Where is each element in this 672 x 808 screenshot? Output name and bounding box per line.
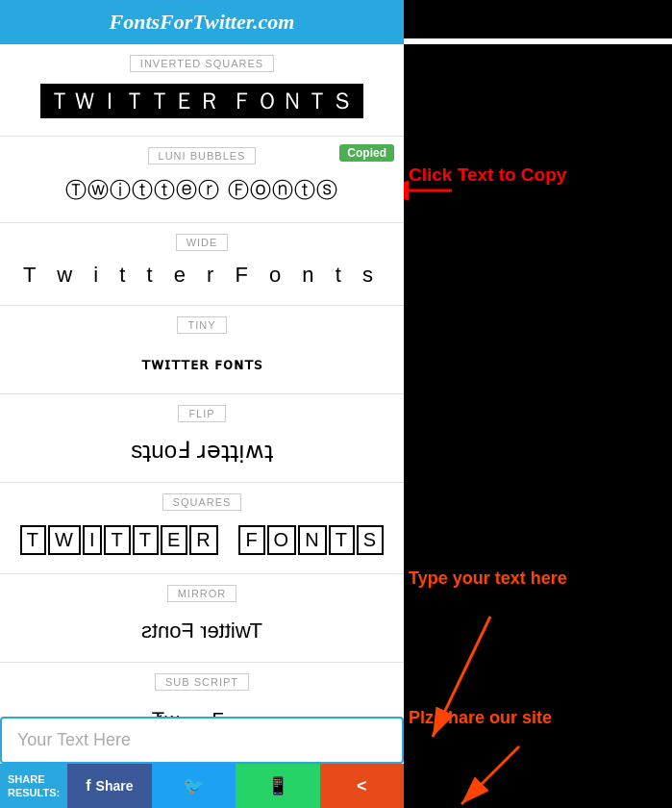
annotation-type-text: Type your text here [409,568,567,589]
facebook-label: Share [96,778,134,794]
annotation-arrows [404,44,672,808]
site-header: FontsForTwitter.com [0,0,404,44]
share-twitter-button[interactable]: 🐦 [152,764,236,808]
font-display-mirror: Twitter Fonts [0,610,404,648]
text-input[interactable] [2,719,402,762]
share-other-icon: < [357,776,367,796]
left-panel: INVERTED SQUARES ＴＷＩＴＴＥＲ ＦＯＮＴＳ LUNI BUBB… [0,44,404,808]
font-label-subscript: SUB SCRIPT [155,673,249,691]
annotation-click-area: Click Text to Copy [409,164,566,186]
font-label-mirror: MIRROR [167,585,237,602]
font-section-luni-bubbles[interactable]: LUNI BUBBLES Ⓣⓦⓘⓣⓣⓔⓡ Ⓕⓞⓝⓣⓢ Copied [0,137,404,223]
input-bar [0,717,404,764]
share-facebook-button[interactable]: f Share [67,764,151,808]
font-section-squares[interactable]: SQUARES TWITTER FONTS [0,483,404,574]
font-section-wide[interactable]: WIDE T w i t t e r F o n t s [0,223,404,306]
copied-badge: Copied [339,144,394,162]
share-whatsapp-button[interactable]: 📱 [236,764,319,808]
right-panel: Click Text to Copy Type your text here [404,44,672,808]
font-section-flip[interactable]: FLIP sʇuoℲ ɹǝʇʇᴉʍʇ [0,394,404,483]
font-label-bubbles: LUNI BUBBLES [148,147,257,164]
font-display-squares: TWITTER FONTS [0,518,404,560]
twitter-icon: 🐦 [183,775,204,796]
annotation-type-area: Type your text here [409,568,567,589]
font-section-tiny[interactable]: TINY ᴛᴡɪᴛᴛᴇʀ ꜰᴏɴᴛꜱ [0,306,404,394]
site-title: FontsForTwitter.com [110,10,295,34]
main-layout: INVERTED SQUARES ＴＷＩＴＴＥＲ ＦＯＮＴＳ LUNI BUBB… [0,44,672,808]
font-display-bubbles: Ⓣⓦⓘⓣⓣⓔⓡ Ⓕⓞⓝⓣⓢ [0,172,404,209]
font-section-inverted-squares[interactable]: INVERTED SQUARES ＴＷＩＴＴＥＲ ＦＯＮＴＳ [0,44,404,137]
share-label: SHARE RESULTS: [0,772,67,800]
facebook-icon: f [86,777,90,795]
font-label-wide: WIDE [176,234,229,251]
font-label-flip: FLIP [178,405,225,422]
font-section-mirror[interactable]: MIRROR Twitter Fonts [0,574,404,663]
font-display-inverted: ＴＷＩＴＴＥＲ ＦＯＮＴＳ [0,80,404,122]
font-display-flip: sʇuoℲ ɹǝʇʇᴉʍʇ [0,430,404,468]
font-display-tiny: ᴛᴡɪᴛᴛᴇʀ ꜰᴏɴᴛꜱ [0,341,404,380]
font-label-tiny: TINY [177,316,226,334]
share-other-button[interactable]: < [320,764,404,808]
font-label-inverted: INVERTED SQUARES [130,55,274,72]
annotation-click-text: Click Text to Copy [409,164,566,186]
inverted-text: ＴＷＩＴＴＥＲ ＦＯＮＴＳ [40,84,364,118]
font-display-wide: T w i t t e r F o n t s [0,259,404,291]
font-label-squares: SQUARES [162,493,242,511]
svg-line-4 [461,746,519,804]
annotation-share-text: Plz share our site [409,708,552,728]
whatsapp-icon: 📱 [267,775,288,796]
annotation-share-area: Plz share our site [409,708,552,728]
share-bar: SHARE RESULTS: f Share 🐦 📱 < [0,764,404,808]
